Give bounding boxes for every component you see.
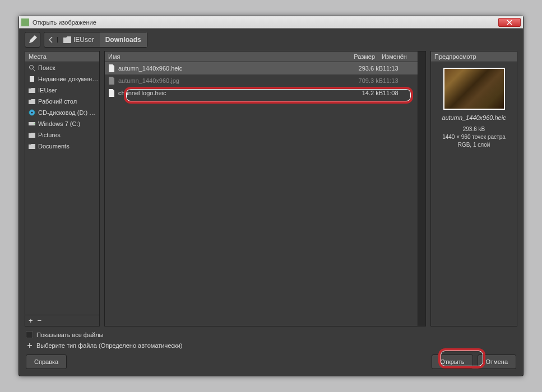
breadcrumb-label: Downloads [105,36,141,44]
places-item-desktop[interactable]: Рабочий стол [25,96,99,107]
file-open-dialog: Открыть изображение IEUser Downloads Мес… [18,16,524,376]
breadcrumb: IEUser Downloads [44,32,147,48]
file-row[interactable]: autumn_1440x960.jpg 709.3 kB 11:13 [105,74,425,87]
folder-icon [63,36,71,43]
svg-point-1 [30,66,34,69]
file-name: autumn_1440x960.jpg [118,77,179,84]
scrollbar-vertical[interactable] [418,52,425,326]
file-name: channel logo.heic [118,90,166,96]
folder-icon [29,143,35,150]
column-modified[interactable]: Изменён [378,52,418,62]
places-item-pictures[interactable]: Pictures [25,129,99,141]
folder-icon [29,87,35,94]
places-label: Рабочий стол [38,98,77,105]
svg-rect-2 [30,76,34,82]
file-icon [108,77,115,85]
places-footer: + − [25,315,100,326]
window-title: Открыть изображение [33,19,498,26]
places-label: IEUser [38,87,57,94]
places-panel: Места Поиск Недавние докумен… IEUser Раб… [25,51,100,326]
places-add-button[interactable]: + [29,316,33,325]
breadcrumb-back[interactable] [44,37,58,43]
file-modified: 11:13 [383,65,422,72]
toolbar: IEUser Downloads [19,29,523,51]
file-list-header: Имя Размер Изменён [105,52,425,62]
edit-path-button[interactable] [25,32,40,48]
folder-icon [29,132,35,138]
help-button[interactable]: Справка [26,354,67,369]
file-row[interactable]: channel logo.heic 14.2 kB 11:08 [105,87,425,99]
column-name[interactable]: Имя [105,52,339,62]
file-size: 709.3 kB [344,77,383,84]
file-list: Имя Размер Изменён autumn_1440x960.heic … [104,51,426,326]
file-size: 293.6 kB [344,65,383,72]
places-label: Windows 7 (C:) [38,120,80,127]
show-all-label: Показывать все файлы [36,332,103,338]
places-item-documents[interactable]: Documents [25,141,99,152]
app-icon [21,18,29,26]
file-size: 14.2 kB [344,90,383,96]
places-label: CD-дисковод (D:) … [38,109,95,116]
places-remove-button[interactable]: − [38,316,42,325]
places-label: Documents [38,143,70,150]
places-item-ieuser[interactable]: IEUser [25,85,99,96]
filetype-expander-row[interactable]: Выберите тип файла (Определено автоматич… [26,342,516,349]
preview-header: Предпросмотр [430,51,517,62]
document-icon [29,76,35,82]
chevron-left-icon [49,37,53,43]
folder-icon [29,98,35,105]
places-label: Недавние докумен… [38,76,98,82]
plus-icon [27,343,33,348]
breadcrumb-ieuser[interactable]: IEUser [58,32,100,47]
breadcrumb-downloads[interactable]: Downloads [100,32,147,47]
places-item-recent[interactable]: Недавние докумен… [25,73,99,85]
drive-icon [29,120,35,127]
main-area: Места Поиск Недавние докумен… IEUser Раб… [19,51,523,326]
pencil-icon [28,35,37,44]
places-item-cd[interactable]: CD-дисковод (D:) … [25,107,99,118]
svg-point-6 [34,123,35,124]
file-icon [108,89,115,97]
svg-rect-0 [21,18,29,26]
file-icon [108,64,115,72]
preview-panel: Предпросмотр autumn_1440x960.heic 293.6 … [430,51,517,326]
preview-size: 293.6 kB [442,125,506,133]
svg-point-4 [31,112,33,114]
titlebar: Открыть изображение [19,16,523,29]
preview-mode: RGB, 1 слой [442,141,506,149]
file-modified: 11:08 [383,90,422,96]
file-rows: autumn_1440x960.heic 293.6 kB 11:13 autu… [105,62,425,326]
preview-filename: autumn_1440x960.heic [442,114,506,121]
show-all-files-row[interactable]: Показывать все файлы [26,331,516,338]
places-item-search[interactable]: Поиск [25,62,99,73]
places-item-c-drive[interactable]: Windows 7 (C:) [25,118,99,129]
file-name: autumn_1440x960.heic [118,65,182,72]
open-button[interactable]: Открыть [432,354,472,369]
expander-icon[interactable] [26,342,33,349]
file-row[interactable]: autumn_1440x960.heic 293.6 kB 11:13 [105,62,425,74]
preview-info: 293.6 kB 1440 × 960 точек растра RGB, 1 … [442,125,506,149]
places-list: Поиск Недавние докумен… IEUser Рабочий с… [25,62,100,315]
close-icon [507,20,512,25]
filetype-label: Выберите тип файла (Определено автоматич… [36,342,182,349]
column-size[interactable]: Размер [339,52,378,62]
places-header: Места [25,51,100,62]
breadcrumb-label: IEUser [73,36,94,44]
preview-body: autumn_1440x960.heic 293.6 kB 1440 × 960… [430,62,517,326]
places-label: Pictures [38,132,61,138]
show-all-checkbox[interactable] [26,331,33,338]
bottom-panel: Показывать все файлы Выберите тип файла … [19,326,523,376]
places-label: Поиск [38,64,55,71]
close-button[interactable] [498,18,521,27]
search-icon [29,64,35,71]
file-modified: 11:13 [383,77,422,84]
disc-icon [29,109,35,116]
preview-dimensions: 1440 × 960 точек растра [442,133,506,141]
cancel-button[interactable]: Отмена [478,354,516,369]
preview-thumbnail [443,68,505,110]
button-row: Справка Открыть Отмена [26,354,516,369]
